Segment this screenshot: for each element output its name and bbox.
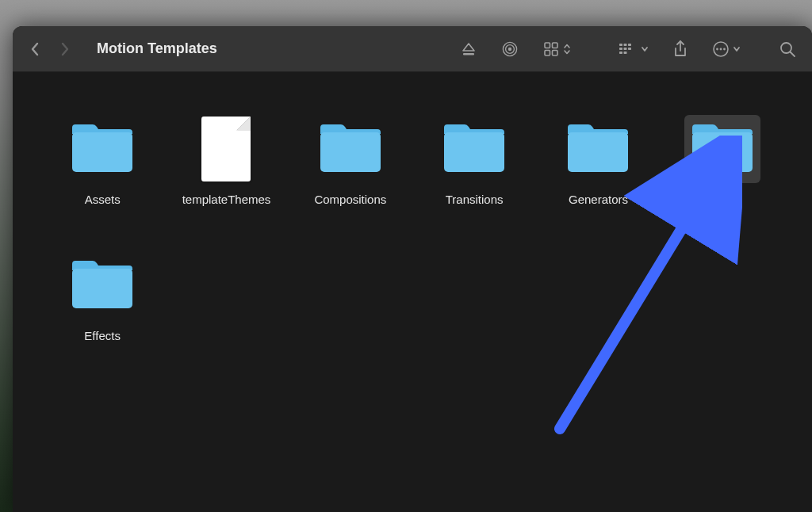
svg-rect-9 [624, 44, 627, 46]
group-button[interactable] [619, 42, 649, 56]
file-item-assets[interactable]: Assets [44, 110, 160, 239]
svg-rect-24 [568, 132, 628, 172]
group-icon [619, 42, 638, 56]
content-area[interactable]: AssetstemplateThemes Compositions Transi… [13, 72, 812, 512]
folder-icon [441, 123, 508, 175]
svg-rect-12 [624, 48, 627, 50]
chevron-down-icon [733, 44, 741, 55]
file-item-templatethemes[interactable]: templateThemes [168, 110, 284, 239]
svg-rect-0 [463, 53, 474, 55]
svg-rect-6 [545, 50, 550, 55]
document-icon [201, 117, 251, 181]
search-icon [779, 40, 796, 58]
svg-rect-25 [692, 132, 753, 172]
airdrop-icon [501, 40, 519, 58]
folder-icon [69, 123, 136, 175]
item-label: Assets [79, 191, 127, 208]
toolbar-right-group [619, 40, 796, 59]
item-label: Effects [78, 327, 127, 344]
folder-icon-box [64, 115, 140, 183]
svg-rect-11 [619, 48, 622, 50]
svg-rect-21 [72, 132, 132, 172]
folder-icon-box [312, 115, 389, 183]
svg-rect-13 [628, 48, 631, 50]
toolbar-center-group [460, 40, 571, 58]
share-icon [672, 40, 688, 59]
file-item-effects[interactable]: Effects [44, 246, 160, 375]
navigation-group [29, 43, 71, 55]
svg-point-1 [508, 47, 511, 50]
svg-rect-14 [619, 52, 622, 54]
svg-rect-15 [624, 52, 627, 54]
item-label: Titles [702, 191, 742, 208]
svg-rect-23 [444, 132, 504, 172]
window-title: Motion Templates [97, 40, 217, 57]
svg-rect-26 [72, 269, 132, 308]
file-item-generators[interactable]: Generators [540, 110, 656, 239]
ellipsis-circle-icon [712, 40, 730, 58]
back-button[interactable] [29, 43, 41, 55]
chevron-right-icon [60, 42, 70, 56]
eject-button[interactable] [460, 40, 477, 58]
file-item-compositions[interactable]: Compositions [293, 110, 408, 239]
forward-button[interactable] [59, 43, 71, 55]
eject-icon [460, 40, 477, 58]
toolbar: Motion Templates [13, 26, 812, 72]
file-item-titles[interactable]: Titles [665, 110, 780, 239]
chevron-left-icon [30, 42, 40, 56]
folder-icon-box [684, 115, 760, 183]
item-label: Transitions [439, 191, 510, 208]
svg-point-19 [723, 48, 726, 50]
folder-icon-box [64, 251, 140, 319]
folder-icon-box [436, 115, 512, 183]
airdrop-button[interactable] [501, 40, 519, 58]
folder-icon [565, 123, 631, 175]
action-menu-button[interactable] [712, 40, 741, 58]
search-button[interactable] [779, 40, 796, 58]
folder-icon [689, 123, 756, 175]
svg-rect-22 [320, 132, 381, 172]
svg-rect-10 [628, 44, 631, 46]
chevron-down-icon [641, 44, 649, 55]
svg-point-18 [720, 48, 722, 50]
grid-icon [542, 40, 560, 58]
view-options-button[interactable] [542, 40, 571, 58]
folder-icon [317, 123, 384, 175]
folder-icon [69, 259, 136, 311]
svg-rect-4 [545, 43, 550, 48]
svg-point-17 [716, 48, 718, 50]
svg-rect-8 [619, 44, 622, 46]
file-icon-box [188, 115, 264, 183]
item-label: Compositions [308, 191, 393, 208]
item-label: templateThemes [176, 191, 278, 208]
folder-icon-box [560, 115, 636, 183]
file-item-transitions[interactable]: Transitions [416, 110, 532, 239]
item-label: Generators [562, 191, 634, 208]
finder-window: Motion Templates [13, 26, 812, 512]
share-button[interactable] [672, 40, 688, 59]
svg-rect-5 [553, 43, 558, 48]
svg-rect-7 [553, 50, 558, 55]
updown-icon [563, 43, 571, 55]
